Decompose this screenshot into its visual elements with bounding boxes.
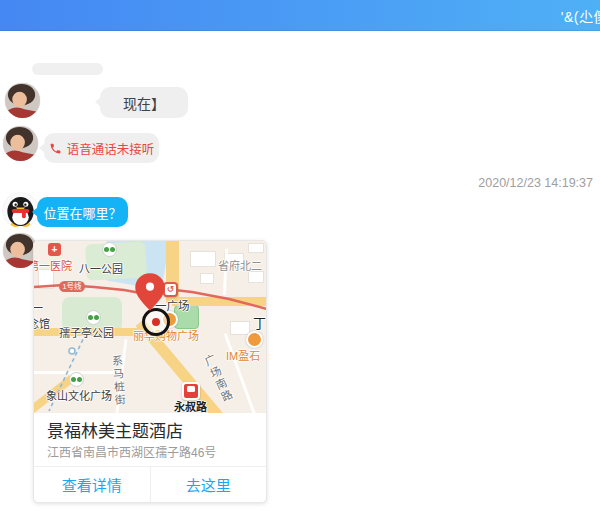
chat-header: '&(尐傻 <box>0 0 600 31</box>
location-address: 江西省南昌市西湖区孺子路46号 <box>47 447 253 460</box>
bubble-tail <box>95 97 101 107</box>
bubble-tail <box>32 207 38 217</box>
map-pin-icon <box>133 271 167 317</box>
map-building <box>190 251 216 267</box>
phone-icon <box>49 142 62 155</box>
map-label-xiangshan-plaza: 象山文化广场 <box>46 387 112 403</box>
map-building <box>200 273 214 284</box>
question-text: 位置在哪里？ <box>43 203 121 222</box>
map-label-im-plaza: IM盈石 <box>226 347 260 363</box>
contact-avatar[interactable] <box>3 126 38 161</box>
bubble-tail <box>39 143 45 153</box>
voice-call-text: 语音通话未接听 <box>67 139 155 158</box>
map-label-yongshu-road: 永叔路 <box>174 398 207 413</box>
message-text: 现在】 <box>123 93 165 113</box>
question-bubble[interactable]: 位置在哪里？ <box>37 197 128 227</box>
map-label-bayi-avenue: 八一 <box>34 299 43 315</box>
map-label-shengfu-north: 省府北二 <box>218 257 262 273</box>
map-preview[interactable]: + 第一医院 八一公园 省府北二 1号线 ↺ 一广场 丽华购物广场 孺子亭公园 … <box>34 241 266 413</box>
map-label-memorial: 念馆 <box>34 315 50 331</box>
metro-line1-badge: 1号线 <box>59 281 85 292</box>
map-label-ding-road: 丁 <box>253 313 266 332</box>
message-bubble[interactable]: 现在】 <box>100 87 188 118</box>
mall-icon <box>246 331 263 348</box>
map-label-ruzi-park: 孺子亭公园 <box>59 324 114 340</box>
card-actions: 查看详情 去这里 <box>34 466 266 502</box>
woman-avatar-icon <box>5 83 40 118</box>
voice-call-bubble[interactable]: 语音通话未接听 <box>44 133 159 163</box>
park-icon <box>102 242 117 257</box>
location-name: 景福林美主题酒店 <box>47 421 253 442</box>
redacted-bubble[interactable] <box>32 63 103 75</box>
map-label-bayi-park: 八一公园 <box>79 260 123 276</box>
contact-avatar[interactable] <box>5 83 40 118</box>
hospital-icon: + <box>48 243 61 256</box>
woman-avatar-icon <box>3 126 38 161</box>
chat-title: '&(尐傻 <box>561 6 600 26</box>
park-icon <box>69 372 84 387</box>
park-icon <box>86 310 101 325</box>
location-info: 景福林美主题酒店 江西省南昌市西湖区孺子路46号 <box>34 413 266 466</box>
map-building <box>230 321 250 335</box>
view-details-button[interactable]: 查看详情 <box>34 467 151 502</box>
go-here-button[interactable]: 去这里 <box>151 467 267 502</box>
qq-chat-window: '&(尐傻 现在】 语音通话未接听 2020/12/23 14:19:37 <box>0 0 600 511</box>
map-building <box>248 243 264 253</box>
map-label-hospital: 第一医院 <box>34 257 72 273</box>
timestamp: 2020/12/23 14:19:37 <box>478 176 593 190</box>
location-card[interactable]: + 第一医院 八一公园 省府北二 1号线 ↺ 一广场 丽华购物广场 孺子亭公园 … <box>33 240 267 503</box>
